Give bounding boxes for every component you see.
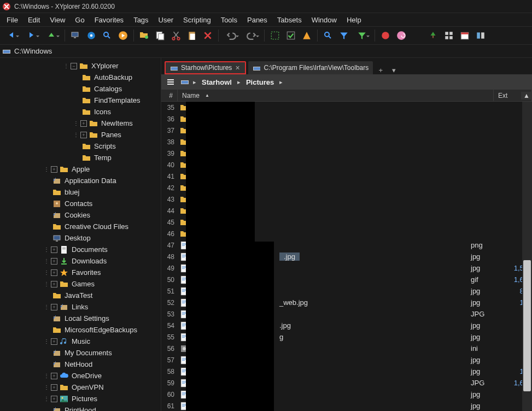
tab-menu-button[interactable]: ▾ bbox=[388, 66, 399, 74]
tree-item[interactable]: Creative Cloud Files bbox=[0, 221, 161, 232]
expand-icon[interactable]: + bbox=[80, 120, 87, 127]
tree-item[interactable]: PrintHood bbox=[0, 404, 161, 411]
tab-0[interactable]: Starhowl\Pictures× bbox=[165, 61, 246, 74]
vertical-scrollbar[interactable] bbox=[522, 102, 532, 411]
menu-panes[interactable]: Panes bbox=[243, 15, 272, 25]
hamburger-button[interactable] bbox=[165, 76, 177, 88]
copy-button[interactable] bbox=[153, 28, 167, 43]
check-button[interactable] bbox=[284, 28, 298, 43]
breadcrumb-drive-icon[interactable] bbox=[179, 76, 191, 88]
forward-button[interactable] bbox=[22, 28, 41, 43]
expand-icon[interactable] bbox=[44, 361, 50, 368]
calendar-button[interactable] bbox=[458, 28, 472, 43]
tree-item[interactable]: Cookies bbox=[0, 209, 161, 221]
menu-help[interactable]: Help bbox=[342, 15, 366, 25]
menu-user[interactable]: User bbox=[154, 15, 178, 25]
grid-button[interactable] bbox=[442, 28, 456, 43]
expand-icon[interactable]: + bbox=[51, 166, 57, 173]
expand-icon[interactable] bbox=[44, 224, 50, 230]
tree-item[interactable]: ⋮+Pictures bbox=[0, 393, 161, 404]
delete-button[interactable] bbox=[201, 28, 215, 43]
expand-icon[interactable] bbox=[44, 212, 50, 219]
target-button[interactable] bbox=[84, 28, 98, 43]
tree-item[interactable]: Icons bbox=[0, 106, 161, 118]
file-list[interactable]: 35363738394041424344454647png148.jpgjpg4… bbox=[161, 102, 532, 411]
tab-1[interactable]: C:\Program Files\IrfanView\Toolbars bbox=[248, 61, 373, 74]
expand-icon[interactable] bbox=[73, 86, 80, 92]
expand-icon[interactable]: + bbox=[80, 132, 87, 138]
expand-icon[interactable]: + bbox=[51, 258, 57, 265]
tree-item[interactable]: ⋮+Downloads bbox=[0, 255, 161, 267]
tree-item[interactable]: Application Data bbox=[0, 175, 161, 186]
tree-item[interactable]: ⋮−XYplorer bbox=[0, 60, 161, 72]
tree-item[interactable]: bluej bbox=[0, 186, 161, 198]
search-button[interactable] bbox=[100, 28, 114, 43]
expand-icon[interactable] bbox=[44, 201, 50, 207]
tree-item[interactable]: MicrosoftEdgeBackups bbox=[0, 324, 161, 336]
tree-item[interactable]: NetHood bbox=[0, 359, 161, 370]
spiral-button[interactable] bbox=[394, 28, 408, 43]
menu-view[interactable]: View bbox=[45, 15, 69, 25]
expand-icon[interactable]: + bbox=[51, 269, 57, 276]
tree-item[interactable]: ⋮+Links bbox=[0, 301, 161, 313]
panes-button[interactable] bbox=[473, 28, 488, 43]
tree-item[interactable]: Temp bbox=[0, 152, 161, 163]
tree-item[interactable]: ⋮+OpenVPN bbox=[0, 381, 161, 393]
tree-item[interactable]: My Documents bbox=[0, 347, 161, 359]
menu-scripting[interactable]: Scripting bbox=[179, 15, 215, 25]
desktop-button[interactable] bbox=[68, 28, 83, 43]
expand-icon[interactable] bbox=[44, 235, 50, 242]
tree-item[interactable]: ⋮+Panes bbox=[0, 129, 161, 140]
crumb-1[interactable]: Pictures bbox=[243, 77, 277, 87]
back-button[interactable] bbox=[2, 28, 21, 43]
tree-item[interactable]: Catalogs bbox=[0, 83, 161, 95]
tree-item[interactable]: AutoBackup bbox=[0, 72, 161, 83]
col-name[interactable]: Name▲ bbox=[178, 90, 494, 101]
menu-go[interactable]: Go bbox=[71, 15, 89, 25]
menu-file[interactable]: File bbox=[2, 15, 22, 25]
folder-tree[interactable]: ⋮−XYplorerAutoBackupCatalogsFindTemplate… bbox=[0, 58, 161, 411]
tree-item[interactable]: FindTemplates bbox=[0, 95, 161, 106]
menu-window[interactable]: Window bbox=[307, 15, 341, 25]
expand-icon[interactable]: + bbox=[51, 338, 57, 345]
close-icon[interactable]: × bbox=[235, 64, 241, 72]
filter-button[interactable] bbox=[337, 28, 351, 43]
play-button[interactable] bbox=[116, 28, 130, 43]
tree-item[interactable]: ⋮+OneDrive bbox=[0, 370, 161, 381]
redo-button[interactable] bbox=[242, 28, 261, 43]
expand-icon[interactable] bbox=[73, 155, 80, 161]
expand-icon[interactable]: + bbox=[51, 281, 57, 287]
tree-button[interactable] bbox=[426, 28, 440, 43]
new-folder-button[interactable] bbox=[137, 28, 151, 43]
tree-item[interactable]: Local Settings bbox=[0, 313, 161, 324]
new-tab-button[interactable]: + bbox=[375, 66, 386, 74]
expand-icon[interactable]: − bbox=[71, 63, 77, 69]
menu-tags[interactable]: Tags bbox=[129, 15, 153, 25]
col-num[interactable]: # bbox=[161, 90, 178, 101]
menu-edit[interactable]: Edit bbox=[24, 15, 44, 25]
paste-button[interactable] bbox=[185, 28, 199, 43]
expand-icon[interactable] bbox=[44, 327, 50, 333]
menu-tabsets[interactable]: Tabsets bbox=[273, 15, 306, 25]
expand-icon[interactable] bbox=[73, 97, 80, 104]
expand-icon[interactable] bbox=[44, 189, 50, 196]
expand-icon[interactable]: + bbox=[51, 396, 57, 402]
tree-item[interactable]: ⋮+Apple bbox=[0, 163, 161, 175]
expand-icon[interactable] bbox=[44, 350, 50, 356]
tree-item[interactable]: ⋮+NewItems bbox=[0, 118, 161, 129]
expand-icon[interactable] bbox=[44, 292, 50, 299]
pizza-button[interactable] bbox=[300, 28, 314, 43]
tree-item[interactable]: Desktop bbox=[0, 232, 161, 244]
cut-button[interactable] bbox=[169, 28, 183, 43]
up-button[interactable] bbox=[43, 28, 61, 43]
expand-icon[interactable] bbox=[73, 74, 80, 81]
tree-item[interactable]: ⋮+Favorites bbox=[0, 267, 161, 278]
moon-button[interactable] bbox=[410, 28, 424, 43]
tree-item[interactable]: JavaTest bbox=[0, 290, 161, 301]
tree-item[interactable]: ⋮+Documents bbox=[0, 244, 161, 255]
expand-icon[interactable]: + bbox=[51, 304, 57, 310]
expand-icon[interactable]: + bbox=[51, 384, 57, 391]
expand-icon[interactable] bbox=[73, 109, 80, 115]
scroll-up-button[interactable]: ▲ bbox=[521, 92, 532, 99]
addressbar[interactable]: C:\Windows bbox=[0, 45, 532, 58]
